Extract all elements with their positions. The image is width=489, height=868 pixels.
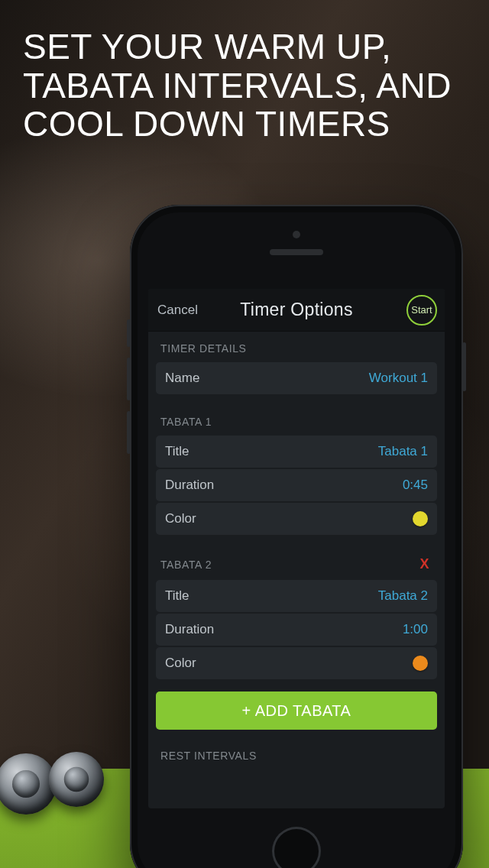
page-title: Timer Options: [240, 300, 352, 320]
section-header-rest-intervals: REST INTERVALS: [156, 739, 437, 769]
section-header-tabata1: TABATA 1: [156, 405, 437, 436]
row-tabata1-color[interactable]: Color: [156, 503, 437, 535]
promo-stage: SET YOUR WARM UP, TABATA INTERVALS, AND …: [0, 0, 489, 868]
delete-tabata2-button[interactable]: X: [416, 556, 432, 572]
app-screen: Cancel Timer Options Start TIMER DETAILS…: [148, 289, 445, 808]
row-value: 1:00: [403, 622, 428, 637]
row-label: Color: [165, 656, 196, 671]
headline-text: SET YOUR WARM UP, TABATA INTERVALS, AND …: [23, 28, 466, 144]
row-value: 0:45: [403, 478, 428, 493]
row-value: Tabata 2: [378, 588, 428, 604]
section-header-timer-details: TIMER DETAILS: [156, 332, 437, 362]
row-value: Tabata 1: [378, 444, 428, 459]
color-swatch-icon: [413, 511, 428, 526]
add-tabata-button[interactable]: + ADD TABATA: [156, 691, 437, 730]
row-tabata1-title[interactable]: Title Tabata 1: [156, 436, 437, 468]
cancel-button[interactable]: Cancel: [157, 289, 198, 331]
row-value: Workout 1: [369, 371, 428, 386]
navbar: Cancel Timer Options Start: [148, 289, 445, 332]
row-tabata1-duration[interactable]: Duration 0:45: [156, 469, 437, 501]
row-label: Title: [165, 588, 189, 604]
row-label: Name: [165, 371, 199, 386]
row-tabata2-color[interactable]: Color: [156, 647, 437, 679]
home-button[interactable]: [272, 827, 321, 868]
start-button[interactable]: Start: [406, 295, 437, 326]
row-tabata2-duration[interactable]: Duration 1:00: [156, 614, 437, 646]
row-label: Duration: [165, 622, 214, 637]
row-label: Duration: [165, 478, 214, 493]
row-label: Title: [165, 444, 189, 459]
row-tabata2-title[interactable]: Title Tabata 2: [156, 580, 437, 612]
section-header-tabata2: TABATA 2 X: [156, 546, 437, 580]
row-name[interactable]: Name Workout 1: [156, 362, 437, 394]
row-label: Color: [165, 511, 196, 526]
dumbbell-graphic: [0, 746, 130, 837]
section-header-label: TABATA 1: [160, 416, 212, 428]
earpiece-slot: [270, 249, 323, 255]
section-header-label: TABATA 2: [160, 559, 212, 571]
section-header-label: REST INTERVALS: [160, 750, 257, 762]
content-scroll[interactable]: TIMER DETAILS Name Workout 1 TABATA 1 Ti…: [148, 332, 445, 808]
phone-frame: Cancel Timer Options Start TIMER DETAILS…: [130, 205, 463, 868]
color-swatch-icon: [413, 656, 428, 671]
sensor-dot: [293, 231, 300, 238]
section-header-label: TIMER DETAILS: [160, 342, 247, 355]
